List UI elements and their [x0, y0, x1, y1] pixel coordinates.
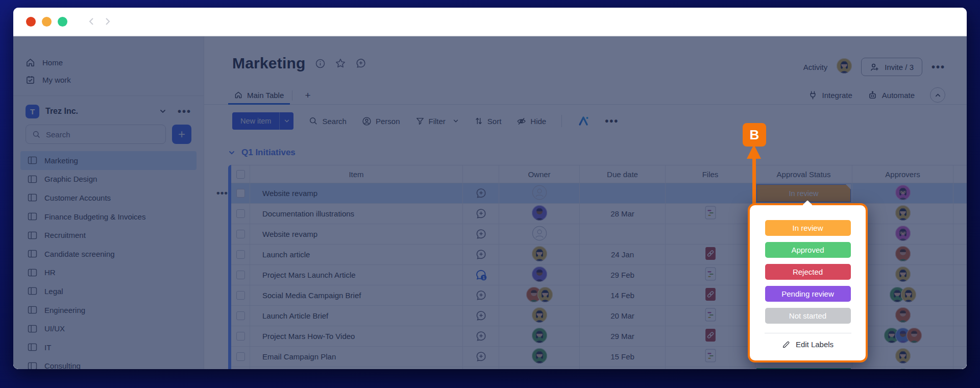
popup-divider: [765, 333, 851, 333]
app-window: Home My work T Trez Inc. •••: [13, 8, 967, 369]
annotation-arrow-shaft: [752, 157, 756, 205]
status-option-not-started[interactable]: Not started: [765, 308, 851, 324]
minimize-window-button[interactable]: [42, 17, 52, 27]
annotation-marker-b: B: [743, 123, 766, 147]
forward-icon[interactable]: [102, 16, 112, 27]
status-option-approved[interactable]: Approved: [765, 242, 851, 258]
status-option-rejected[interactable]: Rejected: [765, 264, 851, 280]
pencil-icon: [782, 340, 791, 349]
annotation-arrow-icon: [747, 144, 761, 159]
status-option-pending-review[interactable]: Pending review: [765, 286, 851, 302]
back-icon[interactable]: [87, 16, 97, 27]
edit-labels-label: Edit Labels: [796, 340, 834, 349]
close-window-button[interactable]: [26, 17, 36, 27]
window-titlebar: [13, 8, 967, 36]
edit-labels-button[interactable]: Edit Labels: [750, 340, 866, 349]
status-option-in-review[interactable]: In review: [765, 220, 851, 236]
maximize-window-button[interactable]: [58, 17, 67, 27]
status-picker-popup: In reviewApprovedRejectedPending reviewN…: [748, 203, 868, 362]
